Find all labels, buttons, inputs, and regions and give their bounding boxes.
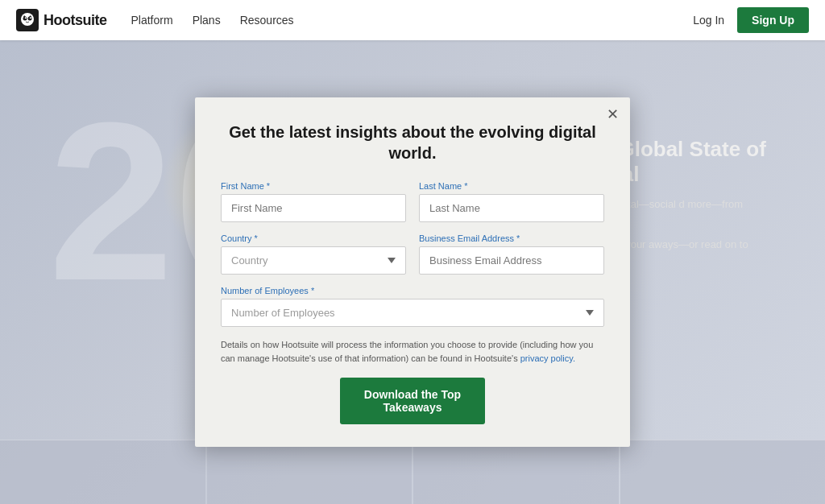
form-row-name: First Name * Last Name * [221,181,604,222]
email-group: Business Email Address * [419,233,604,275]
country-group: Country * Country [221,233,406,275]
signup-button[interactable]: Sign Up [737,7,809,33]
nav-links: Platform Plans Resources [131,14,694,27]
modal-title: Get the latest insights about the evolvi… [221,122,604,163]
employees-group: Number of Employees * Number of Employee… [221,286,604,327]
last-name-input[interactable] [419,194,604,222]
country-label: Country * [221,233,406,243]
svg-point-1 [21,13,34,26]
employees-label: Number of Employees * [221,286,604,295]
email-input[interactable] [419,246,604,275]
nav-resources[interactable]: Resources [240,14,294,27]
country-select[interactable]: Country [221,246,406,275]
nav-platform[interactable]: Platform [131,14,173,27]
logo[interactable]: Hootsuite [16,9,107,31]
navbar: Hootsuite Platform Plans Resources Log I… [0,0,825,40]
modal-overlay: ✕ Get the latest insights about the evol… [0,40,825,504]
login-button[interactable]: Log In [693,14,724,27]
email-label: Business Email Address * [419,233,604,243]
brand-name: Hootsuite [44,12,107,29]
privacy-text: Details on how Hootsuite will process th… [221,338,604,365]
nav-plans[interactable]: Plans [193,14,221,27]
employees-select[interactable]: Number of Employees [221,299,604,327]
last-name-group: Last Name * [419,181,604,222]
privacy-policy-link[interactable]: privacy policy. [520,353,575,363]
svg-point-4 [25,17,27,19]
svg-point-5 [30,17,31,19]
svg-point-2 [23,17,27,21]
first-name-input[interactable] [221,194,406,222]
form-row-country-email: Country * Country Business Email Address… [221,233,604,275]
first-name-group: First Name * [221,181,406,222]
hootsuite-owl-icon [16,9,39,31]
modal-dialog: ✕ Get the latest insights about the evol… [195,97,630,447]
form-row-employees: Number of Employees * Number of Employee… [221,286,604,327]
last-name-label: Last Name * [419,181,604,191]
modal-close-button[interactable]: ✕ [607,107,619,122]
svg-point-3 [28,17,32,21]
navbar-actions: Log In Sign Up [693,7,809,33]
download-button[interactable]: Download the Top Takeaways [340,378,485,424]
first-name-label: First Name * [221,181,406,191]
